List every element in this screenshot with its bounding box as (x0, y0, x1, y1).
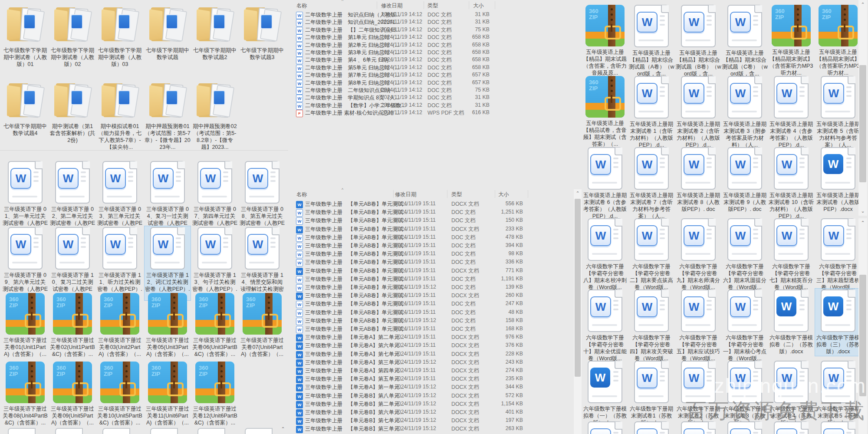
file-item[interactable]: W三年级英语下册 02、第二单元过关测试密卷（人教PEP）.doc (49, 160, 96, 235)
file-item[interactable]: W六年级数学下册模拟卷（二）（苏教版）.docx (768, 288, 815, 356)
column-header-名称[interactable]: 名称 (296, 191, 307, 198)
file-item[interactable]: W五年级英语上册【精品】期末综合测试题（C卷）（word版，含... (721, 3, 768, 79)
file-item[interactable]: 360ZIP三年级英语下册过关卷05(Unit3PartA)（含答案）（... (144, 292, 191, 359)
file-item[interactable]: W五年级英语上册【精品】期末综合测试题（A卷）（word版，含... (628, 3, 675, 79)
file-item[interactable]: 七年级下学期期中数学试题 (144, 3, 191, 62)
file-item[interactable]: W五年级英语上册期末测试卷 4（含参考答案）（人教版PEP）.d... (768, 75, 815, 150)
file-item[interactable]: W六年级数学下册【学霸夺分密卷九】期末名师满分卷（Word版... (675, 217, 722, 292)
file-item[interactable]: W三年级英语下册 01、第一单元过关测试密卷（人教PEP）.doc (2, 160, 49, 235)
file-item[interactable]: W六年级数学下册模拟卷（一）（苏教版）.docx (582, 359, 628, 427)
file-item[interactable]: 360ZIP五年级英语上册【精品】期末试题（含答案，含听力音频及原... (582, 3, 628, 78)
file-item[interactable]: 七年级下学期期中数学试题2 (191, 3, 238, 62)
file-item[interactable]: W (582, 420, 628, 434)
sort-ascending-icon[interactable]: ^ (342, 0, 343, 3)
file-item[interactable]: 360ZIP三年级英语下册过关卷06(Unit3PartB&C)（含答案）... (191, 292, 238, 359)
file-item[interactable]: 360ZIP五年级英语上册【精品试卷，含音频】期末测试（含答案）（... (582, 75, 628, 149)
file-item[interactable]: W五年级英语上册期末测试卷 7（含听力材料与参考答案）（人... (628, 146, 675, 221)
file-item[interactable]: 360ZIP三年级英语下册过关卷08(Unit4PartB&C)（含答案）... (2, 360, 49, 427)
sort-ascending-icon[interactable]: ^ (342, 187, 343, 192)
file-item[interactable]: W五年级英语上册期末测试卷 6（含参考答案）（人教版PEP）.d... (582, 146, 628, 221)
file-item[interactable]: 期中模拟试卷01（能力提升卷，七下人教第5-7章）-【拔尖特... (96, 79, 143, 152)
file-item[interactable]: 360ZIP三年级英语下册过关卷01(Unit1PartA)（含答案）（... (2, 292, 49, 359)
file-item[interactable]: 360ZIP三年级英语下册过关卷07(Unit4PartA)（含答案）（... (239, 292, 286, 359)
file-item[interactable]: W六年级数学下册【学霸夺分密卷一】期末核心考点卷（Word版... (721, 288, 768, 363)
bottom-list-scrollbar[interactable]: ⌃ (574, 189, 582, 434)
file-item[interactable]: 360ZIP五年级英语上册【精品期末测试】（含答案听力MP3听力材... (768, 3, 815, 78)
column-separator[interactable] (424, 1, 424, 9)
left-panel-scroll-up-icon[interactable]: ⌃ (279, 426, 286, 432)
column-separator[interactable] (447, 190, 447, 198)
right-panel-scrollbar-top[interactable]: ⌃ ⌄ (858, 0, 867, 216)
file-item[interactable]: 期中押题预测卷02（考试范围：第5-8.2章）-【微专题】2023... (191, 79, 238, 152)
file-item[interactable]: 360ZIP三年级英语下册过关卷02(Unit1PartB&C)（含答案）... (49, 292, 96, 359)
file-item[interactable]: W五年级英语上册期末测试卷 2（含听力材料）（人教版PEP）.d... (675, 75, 722, 150)
column-separator[interactable] (495, 190, 495, 198)
file-item[interactable]: 七年级数学下学期期中测试卷（人教版）01 (2, 3, 49, 69)
file-item[interactable]: W五年级英语上册期末测试卷 8（人教版PEP）. doc (675, 146, 722, 214)
scroll-up-icon[interactable]: ⌃ (859, 2, 866, 7)
file-item[interactable]: W六年级数学下册【学霸夺分密卷三】期末题型透析卷（Word版... (815, 217, 861, 292)
column-separator[interactable] (377, 1, 377, 9)
column-separator[interactable] (528, 190, 528, 198)
file-item[interactable]: W六年级数学下册【学霸夺分密卷六】期末巩固提分卷（Word版... (721, 217, 768, 292)
column-header-大小[interactable]: 大小 (473, 2, 484, 10)
file-item[interactable]: 期中押题预测卷01（考试范围：第5-7章）-【微专题】2023年... (144, 79, 191, 152)
file-item[interactable]: W六年级数学下册【学霸夺分密卷四】期末攻关突破卷（Word版... (628, 288, 675, 363)
column-header-类型[interactable]: 类型 (427, 2, 438, 10)
file-item-selected[interactable]: W六年级数学下册模拟卷（三）（苏教版）.docx (815, 288, 861, 356)
column-header-大小[interactable]: 大小 (498, 191, 509, 198)
file-item[interactable]: W三年级英语下册 04、复习一过关测试密卷（人教PEP）.doc (144, 160, 191, 235)
file-item[interactable]: 360ZIP三年级英语下册过关卷10(Unit5PartB&C)（含答案）... (96, 360, 143, 427)
file-item[interactable]: W三年级英语下册 07、第四单元过关测试密卷（人教PEP）.doc (191, 160, 238, 235)
file-item[interactable]: W三年级英语下册 13、句子过关检测密卷（人教PEP）.doc (191, 226, 238, 301)
file-item[interactable] (144, 427, 191, 434)
file-item[interactable] (96, 427, 143, 434)
file-item[interactable] (239, 427, 286, 434)
file-item[interactable] (2, 427, 49, 434)
file-item[interactable]: W五年级英语上册期末测试卷 5（含听力材料与参考答案）（人... (815, 75, 861, 150)
file-item[interactable]: W六年级数学下册期末测试卷1（苏教版）.doc (628, 359, 675, 427)
file-item[interactable]: 360ZIP五年级英语上册【精品期末测试】（含答案听力MP3听力材... (815, 3, 861, 78)
scroll-up-icon[interactable]: ⌃ (859, 220, 866, 226)
file-item[interactable]: W六年级数学下册【学霸夺分密卷五】期末应试技巧卷（Word版... (675, 288, 722, 363)
file-item-selected[interactable]: W三年级英语下册 12、词汇过关检测密卷（人教PEP）.doc (144, 226, 191, 301)
file-item[interactable]: 七年级数学下学期期中测试卷（人教版）03 (96, 3, 143, 69)
file-item[interactable] (191, 427, 238, 434)
file-item[interactable]: W三年级英语下册 08、第五单元过关测试密卷（人教PEP）.doc (239, 160, 286, 235)
column-header-类型[interactable]: 类型 (451, 191, 462, 198)
file-item[interactable] (49, 427, 96, 434)
scroll-up-icon[interactable]: ⌃ (574, 191, 581, 196)
file-item[interactable]: W五年级英语上册期末测试卷 1（含听力材料）（人教版PEP）.d... (628, 75, 675, 150)
file-item[interactable]: 360ZIP三年级英语下册过关卷11(Unit6PartA)（含答案）（... (144, 360, 191, 427)
file-item[interactable]: 期中测试卷（第1套含答案解析）(共2份) (49, 79, 96, 145)
scrollbar-thumb[interactable] (859, 65, 866, 182)
column-header-修改日期[interactable]: 修改日期 (381, 2, 402, 10)
file-item[interactable]: W三年级英语下册 09、第六单元过关测试密卷（人教PEP）.doc (2, 226, 49, 301)
column-separator[interactable] (495, 1, 495, 9)
file-item[interactable]: W三年级英语下册 10、复习二过关测试密卷（人教PEP）.doc (49, 226, 96, 301)
file-item[interactable]: W五年级英语上册期末测试卷 10（含听力材料）（人教版PEP）.d... (768, 146, 815, 221)
file-item[interactable]: 360ZIP三年级英语下册过关卷03(Unit2PartA)（含答案）（... (96, 292, 143, 359)
file-item[interactable]: W五年级英语上册期末测试卷（人教版PEP）.docx (815, 146, 861, 214)
file-item[interactable]: W六年级数学下册【学霸夺分密卷七】期末精英百分卷（Word版... (768, 217, 815, 292)
column-separator[interactable] (469, 1, 469, 9)
file-item[interactable]: 360ZIP三年级英语下册过关卷09(Unit5PartA)（含答案）（... (49, 360, 96, 427)
file-item[interactable]: W三年级英语下册 14、情景交际和阅读理解过关检测密卷（人教P... (239, 226, 286, 301)
file-item[interactable]: W三年级英语下册 11、听力过关检测密卷（人教PEP）.doc (96, 226, 143, 301)
column-header-修改日期[interactable]: 修改日期 (395, 191, 416, 198)
file-item[interactable]: 七年级下学期期中数学试题4 (2, 79, 49, 138)
column-separator[interactable] (393, 190, 394, 198)
scroll-down-icon[interactable]: ⌄ (859, 208, 866, 214)
file-item[interactable]: W (628, 420, 675, 434)
file-item[interactable]: W五年级英语上册【精品】期末综合测试题（B卷）（word版，含... (675, 3, 722, 79)
file-item[interactable]: 七年级数学下学期期中测试卷（人教版）02 (49, 3, 96, 69)
file-item[interactable]: 七年级下学期期中数学试题3 (239, 3, 286, 62)
file-item[interactable]: W六年级数学下册【学霸夺分密卷十】期末全优提能卷（Word版... (582, 288, 628, 363)
file-item[interactable]: W五年级英语上册期末测试卷 3（附参考答案及听力材料）（人... (721, 75, 768, 150)
file-item[interactable]: W五年级英语上册期末测试卷 9（人教版PEP）. doc (721, 146, 768, 214)
scrollbar-thumb[interactable] (575, 199, 581, 377)
file-item[interactable]: 360ZIP三年级英语下册过关卷12(Unit6PartB&C)（含答案）... (191, 360, 238, 427)
file-item[interactable]: W六年级数学下册【学霸夺分密卷八】期末名校冲刺卷（Word版... (582, 217, 628, 292)
file-item[interactable]: W三年级英语下册 03、第三单元过关测试密卷（人教PEP）.doc (96, 160, 143, 235)
file-item[interactable]: W六年级数学下册【学霸夺分密卷二】期末要点拔高卷（Word版... (628, 217, 675, 292)
